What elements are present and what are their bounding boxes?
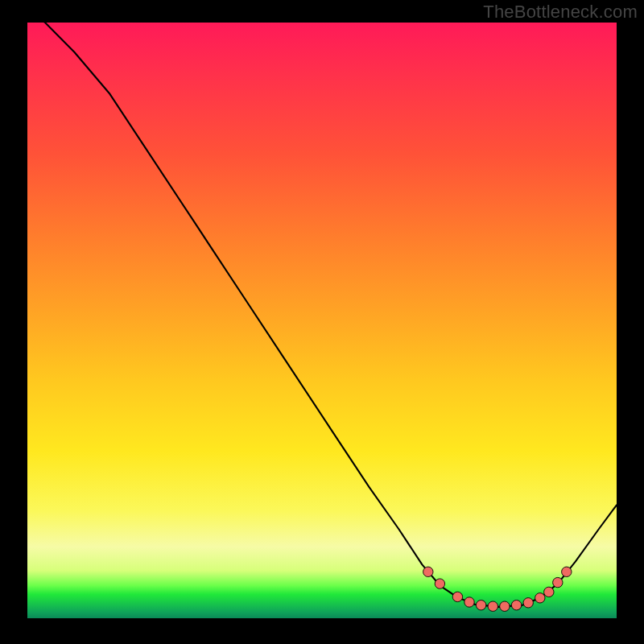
curve-marker — [423, 567, 433, 576]
chart-svg — [27, 23, 617, 618]
curve-marker — [523, 598, 533, 608]
curve-marker — [464, 597, 474, 607]
curve-marker — [488, 601, 497, 611]
curve-marker — [535, 593, 545, 603]
curve-marker — [553, 577, 563, 587]
plot-area — [27, 23, 617, 618]
chart-frame: TheBottleneck.com — [0, 0, 644, 644]
curve-marker — [511, 601, 521, 610]
curve-marker — [476, 601, 485, 610]
curve-marker — [452, 592, 462, 601]
curve-marker — [435, 579, 444, 588]
bottleneck-curve — [27, 23, 617, 607]
curve-marker — [562, 567, 572, 576]
curve-marker — [500, 601, 510, 611]
curve-marker — [544, 587, 554, 597]
watermark-text: TheBottleneck.com — [483, 2, 638, 23]
